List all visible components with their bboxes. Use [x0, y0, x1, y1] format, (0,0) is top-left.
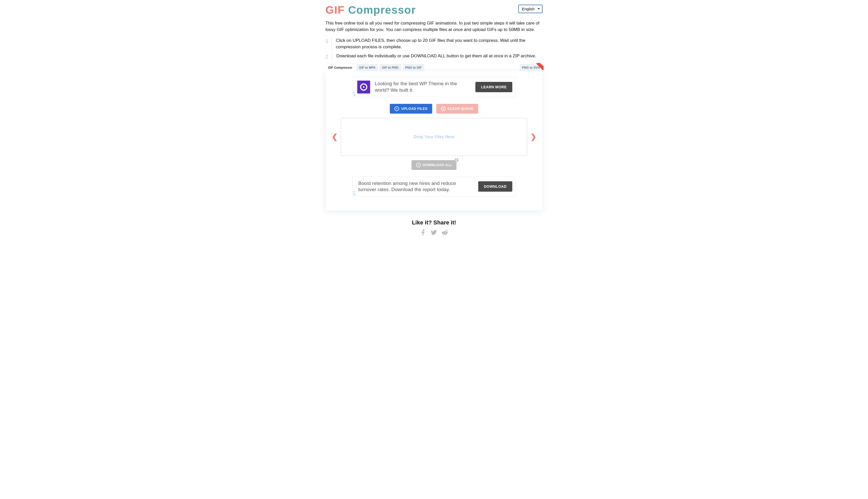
- language-select[interactable]: English: [518, 5, 543, 13]
- tab-gif-to-mp4[interactable]: GIF to MP4: [356, 64, 378, 71]
- drop-zone-label: Drop Your Files Here: [414, 135, 454, 139]
- step-item: 2 Download each file individually or use…: [325, 53, 543, 60]
- step-number: 1: [325, 37, 332, 50]
- upload-files-button[interactable]: UPLOAD FILES: [390, 104, 432, 114]
- main-panel: Looking for the best WP Theme in the wor…: [325, 71, 543, 210]
- clear-queue-button[interactable]: CLEAR QUEUE: [436, 104, 478, 114]
- upload-icon: [394, 106, 399, 111]
- steps-list: 1 Click on UPLOAD FILES, then choose up …: [325, 37, 543, 60]
- clear-icon: [441, 106, 445, 111]
- ad-banner-top[interactable]: Looking for the best WP Theme in the wor…: [352, 77, 516, 97]
- intro-text: This free online tool is all you need fo…: [325, 20, 543, 33]
- step-item: 1 Click on UPLOAD FILES, then choose up …: [325, 37, 543, 50]
- ad-text: Looking for the best WP Theme in the wor…: [375, 81, 471, 93]
- prev-arrow[interactable]: ❮: [331, 133, 338, 141]
- tab-png-to-svg[interactable]: PNG to SVG: [520, 64, 543, 71]
- next-arrow[interactable]: ❯: [530, 133, 537, 141]
- adchoices-icon[interactable]: ▷✕: [353, 91, 355, 96]
- tab-gif-to-png[interactable]: GIF to PNG: [379, 64, 401, 71]
- reddit-icon[interactable]: [441, 229, 448, 237]
- tab-gif-compressor[interactable]: GIF Compressor: [325, 64, 355, 71]
- ad-banner-bottom[interactable]: Boost retention among new hires and redu…: [352, 177, 516, 197]
- twitter-icon[interactable]: [431, 229, 437, 237]
- step-text: Click on UPLOAD FILES, then choose up to…: [336, 37, 543, 50]
- download-count-badge: 0: [454, 158, 459, 162]
- logo-part-compressor: Compressor: [348, 4, 416, 16]
- step-number: 2: [325, 53, 332, 60]
- tab-png-to-gif[interactable]: PNG to GIF: [403, 64, 425, 71]
- adchoices-icon[interactable]: ▷✕: [353, 190, 355, 196]
- step-text: Download each file individually or use D…: [336, 53, 536, 60]
- share-title: Like it? Share it!: [325, 219, 543, 226]
- site-logo: GIF Compressor: [325, 5, 416, 15]
- ad-cta-button[interactable]: DOWNLOAD: [478, 181, 512, 192]
- ad-logo-icon: [357, 81, 370, 94]
- ad-text: Boost retention among new hires and redu…: [357, 180, 474, 193]
- logo-part-gif: GIF: [325, 4, 345, 16]
- drop-zone[interactable]: Drop Your Files Here: [341, 118, 527, 156]
- download-icon: [416, 163, 421, 167]
- download-all-button[interactable]: DOWNLOAD ALL 0: [412, 160, 456, 170]
- ad-cta-button[interactable]: LEARN MORE: [475, 82, 512, 92]
- facebook-icon[interactable]: [420, 229, 427, 237]
